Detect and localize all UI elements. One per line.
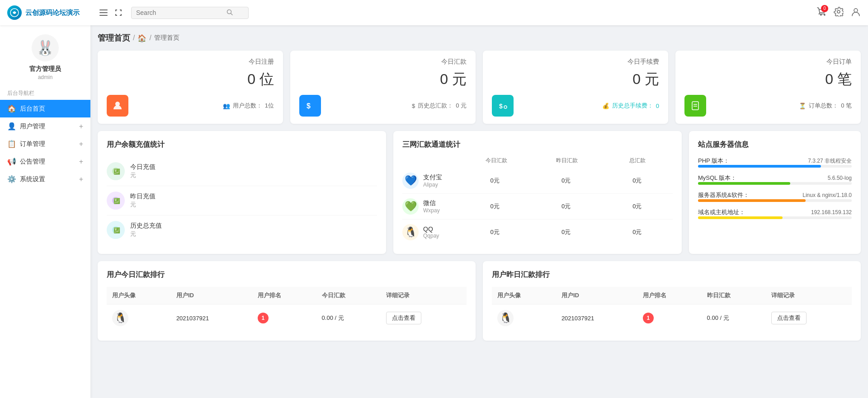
recharge-card: 用户余额充值统计 💹 今日充值 元 💹 昨日充值 [98,131,386,254]
stat-icon-fee: $ [492,95,514,117]
yesterday-ranking-table: 用户头像 用户ID 用户排名 昨日汇款 详细记录 🐧 2021037921 [492,287,852,332]
cart-button[interactable]: 0 [816,7,826,19]
col-avatar: 用户头像 [107,287,171,304]
channels-card: 三网汇款通道统计 今日汇款 昨日汇款 总汇款 💙 支付宝 Alipay 0元 [393,131,682,254]
header-right: 0 [816,7,861,19]
view-detail-button[interactable]: 点击查看 [771,312,807,324]
home-breadcrumb-icon: 🏠 [137,34,146,42]
server-os-bar [698,199,806,202]
stat-footer: $ 历史总汇款： 0 元 [412,102,467,110]
user-profile-button[interactable] [851,7,861,19]
user-avatar: 🐧 [112,310,128,326]
server-mysql-bar [698,182,790,185]
col-detail: 详细记录 [766,287,852,304]
logo: 云创源码论坛演示 [7,5,98,20]
users-icon: 👤 [7,122,16,131]
col-avatar: 用户头像 [492,287,556,304]
settings-icon: ⚙️ [7,175,16,183]
recharge-total-name: 历史总充值 [130,222,377,230]
svg-line-5 [231,13,233,15]
sidebar-nav-label: 后台导航栏 [0,85,90,100]
channel-row-wechat: 💚 微信 Wxpay 0元 0元 0元 [402,194,673,220]
col-rank: 用户排名 [252,287,316,304]
sidebar: 🐰 官方管理员 admin 后台导航栏 🏠 后台首页 👤 用户管理 + 📋 订单… [0,25,90,398]
server-os-label: 服务器系统&软件： [698,191,749,199]
sidebar-role: admin [5,74,86,80]
table-row: 🐧 2021037921 1 0.00 / 元 点击查看 [492,304,852,332]
today-ranking-card: 用户今日汇款排行 用户头像 用户ID 用户排名 今日汇款 详细记录 [98,261,476,341]
yesterday-amount: 0.00 / 元 [702,304,766,332]
channel-col-header-total: 总汇款 [602,157,673,164]
svg-point-6 [854,9,858,12]
wechat-icon: 💚 [402,198,419,215]
stat-icon-register [107,95,128,117]
expand-icon: + [79,175,83,183]
sidebar-item-settings[interactable]: ⚙️ 系统设置 + [0,170,90,188]
recharge-total-icon: 💹 [107,221,125,239]
recharge-item-total: 💹 历史总充值 元 [107,215,377,244]
stat-footer-text: 历史总手续费： [612,102,653,110]
content-row: 用户余额充值统计 💹 今日充值 元 💹 昨日充值 [98,131,861,254]
svg-rect-11 [692,102,698,110]
view-detail-button[interactable]: 点击查看 [386,312,421,324]
server-domain-value: 192.168.159.132 [811,209,852,215]
stat-label: 今日订单 [684,58,852,66]
col-rank: 用户排名 [637,287,702,304]
stat-label: 今日注册 [107,58,274,66]
orders-icon: 📋 [7,140,16,148]
avatar: 🐰 [32,34,59,61]
sidebar-item-announcements[interactable]: 📢 公告管理 + [0,153,90,170]
stat-footer-text: 订单总数： [809,102,838,110]
channel-row-qq: 🐧 QQ Qqpay 0元 0元 0元 [402,220,673,245]
sidebar-item-users[interactable]: 👤 用户管理 + [0,117,90,135]
stat-value: 0 元 [492,70,659,89]
stat-label: 今日手续费 [492,58,659,66]
yesterday-ranking-title: 用户昨日汇款排行 [492,270,852,280]
user-id: 2021037921 [556,304,637,332]
page-title: 管理首页 [98,33,130,43]
stat-footer-value: 0 笔 [841,102,852,110]
stat-footer: 💰 历史总手续费： 0 [602,102,659,110]
dashboard-icon: 🏠 [7,104,16,113]
svg-text:💹: 💹 [113,227,120,234]
announcements-icon: 📢 [7,157,16,166]
user-avatar: 🐧 [497,310,514,326]
stat-footer-icon: $ [412,103,415,109]
recharge-item-today: 💹 今日充值 元 [107,157,377,186]
stat-footer: 👥 用户总数： 1位 [223,102,274,110]
recharge-title: 用户余额充值统计 [107,140,377,150]
svg-rect-1 [99,9,108,10]
server-mysql-value: 5.6.50-log [828,175,852,181]
stat-card-orders: 今日订单 0 笔 ⏳ 订单总数： 0 笔 [675,51,861,124]
server-item-php: PHP 版本： 7.3.27 非线程安全 [698,157,852,168]
menu-toggle-button[interactable] [98,8,109,18]
sidebar-item-orders[interactable]: 📋 订单管理 + [0,135,90,153]
server-item-domain: 域名或主机地址： 192.168.159.132 [698,208,852,219]
search-box [131,7,249,19]
logo-icon [7,5,22,20]
search-button[interactable] [226,9,233,17]
fullscreen-button[interactable] [113,7,124,18]
header-nav-icons [98,7,124,18]
server-php-bar [698,165,821,168]
settings-button[interactable] [834,7,844,19]
svg-text:$: $ [499,103,503,110]
stat-card-register: 今日注册 0 位 👥 用户总数： 1位 [98,51,283,124]
svg-point-10 [504,106,507,108]
today-ranking-title: 用户今日汇款排行 [107,270,467,280]
breadcrumb-current: 管理首页 [154,34,179,42]
recharge-item-yesterday: 💹 昨日充值 元 [107,186,377,215]
sidebar-item-label: 订单管理 [20,140,45,148]
server-item-os: 服务器系统&软件： Linux & nginx/1.18.0 [698,191,852,202]
table-row: 🐧 2021037921 1 0.00 / 元 点击查看 [107,304,467,332]
qq-icon: 🐧 [402,224,419,240]
sidebar-item-dashboard[interactable]: 🏠 后台首页 [0,100,90,117]
svg-text:$: $ [307,102,311,110]
expand-icon: + [79,140,83,148]
header: 云创源码论坛演示 0 [0,0,868,25]
stat-footer-value: 0 元 [456,102,467,110]
sidebar-item-label: 后台首页 [20,105,45,113]
stat-value: 0 位 [107,70,274,89]
search-input[interactable] [136,9,226,16]
channels-title: 三网汇款通道统计 [402,140,673,150]
